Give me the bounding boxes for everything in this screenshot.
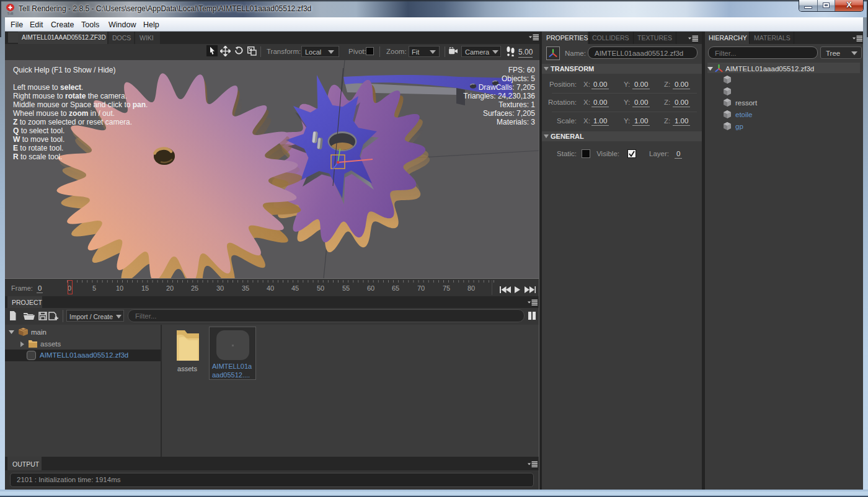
svg-text:T+R: T+R <box>7 12 14 15</box>
